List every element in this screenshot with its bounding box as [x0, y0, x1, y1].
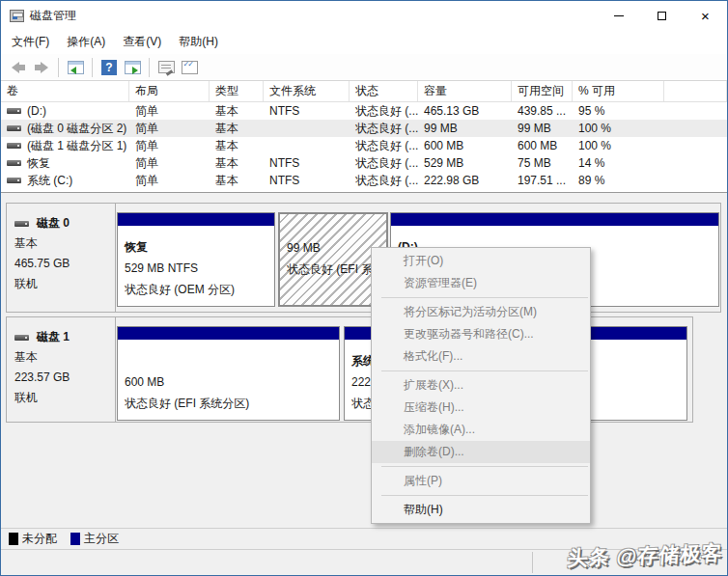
column-header-volume[interactable]: 卷 — [1, 81, 129, 101]
menu-item-extend-volume[interactable]: 扩展卷(X)... — [372, 374, 590, 397]
back-icon[interactable] — [7, 57, 30, 78]
cell-status: 状态良好 (... — [350, 121, 418, 137]
toolbar-separator — [92, 58, 93, 77]
column-header-status[interactable]: 状态 — [350, 81, 418, 101]
disk-size: 223.57 GB — [14, 368, 115, 388]
disk-size: 465.75 GB — [14, 254, 115, 274]
toolbar-separator — [149, 58, 150, 77]
minimize-button[interactable] — [597, 1, 640, 30]
table-row[interactable]: (D:) 简单 基本 NTFS 状态良好 (... 465.13 GB 439.… — [1, 102, 727, 120]
column-header-filler — [664, 81, 727, 101]
cell-type: 基本 — [210, 121, 264, 137]
disk-type: 基本 — [14, 233, 115, 254]
menu-separator — [381, 370, 588, 371]
console-tree-icon[interactable] — [64, 57, 87, 78]
volume-icon — [7, 178, 21, 183]
volume-icon — [7, 160, 21, 166]
graphical-view-pane: 磁盘 0 基本 465.75 GB 联机 恢复 529 MB NTFS 状态良好… — [1, 192, 727, 528]
disk-icon — [14, 221, 29, 227]
partition-color-strip — [391, 213, 718, 226]
volume-table-header: 卷 布局 类型 文件系统 状态 容量 可用空间 % 可用 — [1, 81, 727, 102]
partition-name: 恢复 — [125, 236, 274, 258]
menu-item-add-mirror[interactable]: 添加镜像(A)... — [372, 419, 590, 441]
menu-item-mark-active[interactable]: 将分区标记为活动分区(M) — [372, 301, 590, 323]
menu-item-help[interactable]: 帮助(H) — [372, 499, 590, 521]
partition-name — [125, 350, 339, 371]
menu-file[interactable]: 文件(F) — [3, 30, 58, 54]
cell-type: 基本 — [210, 138, 264, 154]
cell-type: 基本 — [210, 155, 264, 172]
disk-name: 磁盘 1 — [37, 327, 70, 347]
disk-0-info-panel[interactable]: 磁盘 0 基本 465.75 GB 联机 — [7, 204, 116, 312]
table-row[interactable]: (磁盘 0 磁盘分区 2) 简单 基本 状态良好 (... 99 MB 99 M… — [1, 120, 727, 137]
cell-free: 99 MB — [512, 122, 573, 135]
cell-free: 197.51 ... — [512, 174, 573, 187]
cell-capacity: 465.13 GB — [418, 104, 512, 118]
cell-fs: NTFS — [264, 104, 350, 118]
cell-layout: 简单 — [129, 121, 210, 137]
close-button[interactable]: × — [684, 1, 727, 30]
partition-color-strip — [118, 327, 339, 340]
menu-help[interactable]: 帮助(H) — [170, 30, 227, 54]
menu-item-delete-volume[interactable]: 删除卷(D)... — [372, 441, 590, 463]
partition-size: 529 MB NTFS — [125, 258, 274, 279]
action-pane-icon[interactable] — [121, 57, 144, 78]
cell-status: 状态良好 (... — [350, 138, 418, 154]
legend-label-unallocated: 未分配 — [22, 531, 57, 547]
cell-free: 75 MB — [512, 156, 573, 170]
cell-capacity: 600 MB — [418, 139, 512, 152]
partition-efi-disk1[interactable]: 600 MB 状态良好 (EFI 系统分区) — [117, 326, 340, 421]
volume-name: (磁盘 0 磁盘分区 2) — [27, 121, 126, 137]
maximize-button[interactable] — [640, 1, 684, 30]
checklist-icon[interactable] — [178, 57, 201, 78]
cell-status: 状态良好 (... — [350, 155, 418, 172]
column-header-free-space[interactable]: 可用空间 — [512, 81, 573, 101]
legend-swatch-primary — [70, 533, 80, 545]
cell-type: 基本 — [210, 173, 264, 189]
table-row[interactable]: (磁盘 1 磁盘分区 1) 简单 基本 状态良好 (... 600 MB 600… — [1, 137, 727, 154]
menu-item-format[interactable]: 格式化(F)... — [372, 345, 590, 368]
forward-icon[interactable] — [30, 57, 53, 78]
cell-pct: 89 % — [573, 174, 664, 187]
menu-item-open[interactable]: 打开(O) — [372, 250, 590, 272]
volume-name: 恢复 — [27, 155, 50, 172]
menu-action[interactable]: 操作(A) — [58, 30, 114, 54]
disk-name: 磁盘 0 — [37, 213, 70, 233]
menu-view[interactable]: 查看(V) — [114, 30, 170, 54]
volume-name: 系统 (C:) — [27, 173, 72, 189]
menu-item-shrink-volume[interactable]: 压缩卷(H)... — [372, 397, 590, 419]
partition-color-strip — [118, 213, 274, 226]
help-icon[interactable]: ? — [98, 57, 121, 78]
partition-size: 600 MB — [125, 371, 339, 393]
cell-free: 439.85 ... — [512, 104, 573, 118]
partition-recovery[interactable]: 恢复 529 MB NTFS 状态良好 (OEM 分区) — [117, 212, 275, 307]
column-header-type[interactable]: 类型 — [210, 81, 264, 101]
cell-fs: NTFS — [264, 156, 350, 170]
column-header-layout[interactable]: 布局 — [129, 81, 210, 101]
column-header-pct-free[interactable]: % 可用 — [573, 81, 664, 101]
column-header-filesystem[interactable]: 文件系统 — [264, 81, 350, 101]
table-row[interactable]: 恢复 简单 基本 NTFS 状态良好 (... 529 MB 75 MB 14 … — [1, 154, 727, 172]
disk-1-info-panel[interactable]: 磁盘 1 基本 223.57 GB 联机 — [7, 317, 116, 422]
menu-item-change-letter[interactable]: 更改驱动器号和路径(C)... — [372, 323, 590, 345]
watermark: 头条 @存储极客 — [566, 539, 723, 572]
toolbar-separator — [58, 58, 59, 77]
cell-layout: 简单 — [129, 103, 210, 120]
cell-layout: 简单 — [129, 138, 210, 154]
disk-type: 基本 — [14, 347, 115, 368]
properties-icon[interactable] — [154, 57, 178, 78]
menu-item-explorer[interactable]: 资源管理器(E) — [372, 272, 590, 294]
disk-status: 联机 — [14, 388, 115, 408]
volume-icon — [7, 108, 21, 114]
app-icon — [10, 10, 24, 22]
cell-status: 状态良好 (... — [350, 173, 418, 189]
maximize-icon — [658, 12, 666, 20]
menu-separator — [381, 495, 588, 496]
legend-swatch-unallocated — [9, 533, 18, 545]
cell-capacity: 99 MB — [418, 122, 512, 135]
cell-pct: 95 % — [573, 104, 664, 118]
menu-item-properties[interactable]: 属性(P) — [372, 470, 590, 492]
column-header-capacity[interactable]: 容量 — [418, 81, 512, 101]
table-row[interactable]: 系统 (C:) 简单 基本 NTFS 状态良好 (... 222.98 GB 1… — [1, 172, 727, 189]
toolbar: ? — [1, 54, 727, 81]
